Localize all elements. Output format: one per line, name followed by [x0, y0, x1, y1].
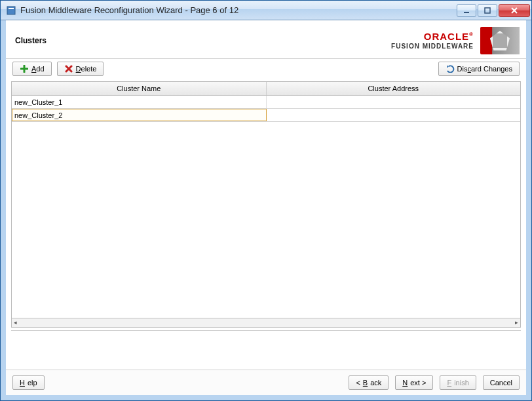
- brand-logo-icon: [480, 27, 520, 54]
- page-header: Clusters ORACLE® FUSION MIDDLEWARE: [6, 20, 526, 58]
- svg-rect-1: [9, 8, 14, 9]
- delete-label-rest: elete: [81, 65, 97, 73]
- table-row[interactable]: new_Cluster_1: [12, 96, 520, 109]
- cell-cluster-name[interactable]: new_Cluster_1: [12, 96, 267, 108]
- wizard-footer: Help < Back Next > Finish Cancel: [6, 370, 526, 395]
- x-icon: [64, 64, 73, 73]
- close-icon: [510, 7, 518, 14]
- brand-text: ORACLE® FUSION MIDDLEWARE: [391, 31, 474, 50]
- horizontal-scrollbar[interactable]: [11, 318, 521, 328]
- maximize-icon: [484, 7, 491, 14]
- page-title: Clusters: [15, 36, 47, 45]
- minimize-icon: [463, 7, 470, 14]
- toolbar-right: Discard Changes: [438, 62, 520, 76]
- delete-label-mn: D: [76, 65, 81, 73]
- discard-prefix: Dis: [457, 65, 468, 73]
- cluster-table: Cluster Name Cluster Address new_Cluster…: [11, 81, 521, 318]
- table-body[interactable]: new_Cluster_1: [12, 96, 520, 318]
- close-button[interactable]: [499, 4, 530, 17]
- cell-cluster-address[interactable]: [267, 96, 521, 108]
- content-frame: Clusters ORACLE® FUSION MIDDLEWARE Add: [1, 20, 531, 400]
- maximize-button[interactable]: [478, 4, 497, 17]
- finish-button: Finish: [440, 375, 476, 390]
- table-row[interactable]: [12, 109, 520, 122]
- window-controls: [457, 4, 530, 17]
- cell-cluster-name[interactable]: [12, 109, 267, 121]
- brand-sub: FUSION MIDDLEWARE: [391, 43, 474, 50]
- discard-suffix: ard Changes: [471, 65, 512, 73]
- toolbar-left: Add Delete: [12, 62, 104, 76]
- add-button[interactable]: Add: [12, 62, 52, 76]
- col-cluster-name[interactable]: Cluster Name: [12, 82, 267, 95]
- discard-changes-button[interactable]: Discard Changes: [438, 62, 520, 76]
- add-label-rest: dd: [36, 65, 44, 73]
- cluster-name-input[interactable]: [14, 111, 263, 119]
- delete-button[interactable]: Delete: [57, 62, 104, 76]
- col-cluster-address[interactable]: Cluster Address: [267, 82, 521, 95]
- table-header: Cluster Name Cluster Address: [12, 82, 520, 96]
- window-title: Fusion Middleware Reconfiguration Wizard…: [20, 5, 457, 15]
- plus-icon: [20, 64, 29, 73]
- svg-rect-0: [7, 7, 15, 14]
- app-window: Fusion Middleware Reconfiguration Wizard…: [0, 0, 532, 401]
- toolbar: Add Delete Discard Changes: [6, 58, 526, 79]
- help-button[interactable]: Help: [12, 375, 45, 390]
- next-button[interactable]: Next >: [395, 375, 433, 390]
- brand-block: ORACLE® FUSION MIDDLEWARE: [391, 27, 520, 54]
- svg-rect-2: [464, 12, 469, 13]
- cell-cluster-address[interactable]: [267, 109, 521, 121]
- svg-rect-3: [485, 8, 490, 13]
- cancel-button[interactable]: Cancel: [483, 375, 520, 390]
- back-button[interactable]: < Back: [349, 375, 389, 390]
- minimize-button[interactable]: [457, 4, 476, 17]
- brand-oracle: ORACLE: [424, 31, 469, 42]
- titlebar[interactable]: Fusion Middleware Reconfiguration Wizard…: [1, 1, 531, 20]
- app-icon: [6, 5, 16, 16]
- spacer-panel: [11, 330, 521, 370]
- undo-icon: [446, 64, 455, 73]
